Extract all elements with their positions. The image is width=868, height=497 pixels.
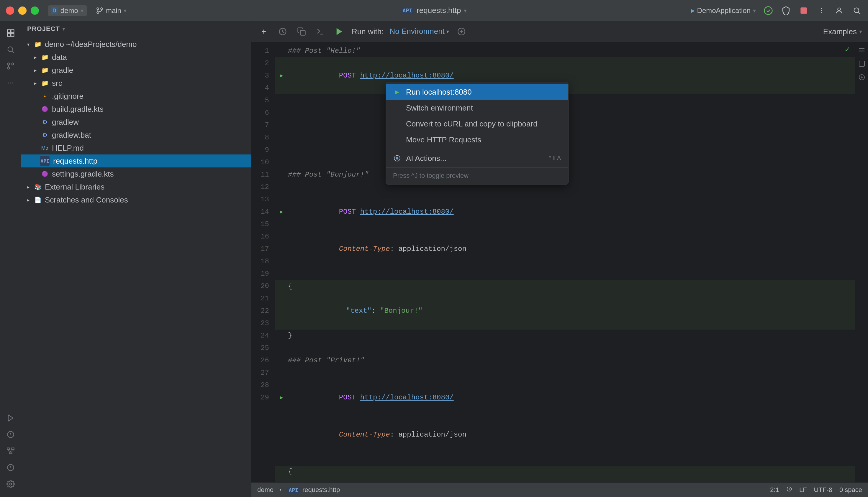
status-bar-right: 2:1 LF UTF-8 0 space [770, 486, 862, 494]
folder-icon-src: 📁 [40, 79, 50, 88]
stop-icon[interactable] [798, 5, 809, 16]
right-gutter-icon-3[interactable] [856, 72, 867, 83]
run-btn-11[interactable]: ▶ [277, 208, 286, 216]
environment-selector[interactable]: No Environment ▾ [389, 27, 449, 36]
tree-arrow-data [32, 54, 39, 61]
sidebar-item-scratches[interactable]: 📄 Scratches and Consoles [21, 194, 251, 207]
editor-area: + Run with: No Environment ▾ [251, 21, 868, 497]
menu-item-convert-curl[interactable]: ▶ Convert to cURL and copy to clipboard [386, 116, 568, 132]
activity-project-icon[interactable] [3, 26, 18, 40]
status-encoding[interactable]: UTF-8 [814, 486, 832, 494]
sidebar-item-label-build-gradle: build.gradle.kts [52, 105, 104, 114]
settings-icon-toolbar[interactable] [455, 25, 468, 38]
minimize-button[interactable] [18, 6, 27, 15]
close-button[interactable] [6, 6, 14, 15]
person-icon[interactable] [834, 5, 844, 16]
sidebar-item-requests-http[interactable]: API requests.http [21, 155, 251, 168]
line-11-text: POST http://localhost:8080/ [288, 194, 855, 230]
more-icon[interactable]: ⋮ [816, 5, 827, 16]
menu-item-run-localhost[interactable]: ▶ Run localhost:8080 [386, 84, 568, 100]
svg-point-7 [854, 8, 859, 12]
menu-item-label-ai-actions: AI Actions... [406, 154, 446, 163]
code-line-21: ▶ Content-Type: application/json [275, 416, 855, 453]
svg-point-33 [10, 483, 12, 485]
check-mark: ✓ [844, 45, 850, 54]
line-15-text: "text": "Bonjour!" [288, 293, 855, 329]
examples-button[interactable]: Examples ▾ [823, 27, 862, 36]
sidebar-item-build-gradle[interactable]: 🟣 build.gradle.kts [21, 103, 251, 116]
code-line-15: ▶ "text": "Bonjour!" [275, 293, 855, 329]
status-position[interactable]: 2:1 [770, 486, 779, 494]
code-line-13: ▶ [275, 268, 855, 280]
menu-item-ai-actions[interactable]: AI Actions... ^⇧A [386, 150, 568, 166]
menu-item-label-switch-env: Switch environment [406, 103, 473, 113]
branch-selector[interactable]: main ▾ [96, 6, 127, 15]
copilot-icon[interactable] [763, 5, 774, 16]
activity-debug-icon[interactable] [3, 427, 18, 442]
run-btn-2[interactable]: ▶ [277, 72, 286, 80]
right-gutter-icon-2[interactable] [856, 58, 867, 69]
env-label: No Environment [389, 27, 444, 36]
sidebar-item-data[interactable]: 📁 data [21, 51, 251, 64]
sidebar-item-gradle-dir[interactable]: 📁 gradle [21, 64, 251, 77]
line-24-text: "text": "Privet!" [288, 478, 855, 482]
activity-run-icon[interactable] [3, 411, 18, 425]
maximize-button[interactable] [31, 6, 39, 15]
svg-point-0 [97, 12, 99, 14]
code-line-20: ▶ POST http://localhost:8080/ [275, 379, 855, 416]
activity-bar-bottom [3, 411, 18, 497]
activity-info-icon[interactable] [3, 460, 18, 474]
main-layout: ··· Project ▾ [0, 21, 868, 497]
code-line-23: ▶ { [275, 466, 855, 478]
folder-icon-gradle: 📁 [40, 66, 50, 75]
tree-arrow-demo [25, 41, 32, 48]
status-indent[interactable]: 0 space [839, 486, 862, 494]
toolbar-right: Examples ▾ [823, 27, 862, 36]
menu-item-switch-env[interactable]: ▶ Switch environment [386, 100, 568, 116]
svg-point-1 [97, 8, 99, 10]
status-project-label: demo [257, 486, 274, 494]
project-selector[interactable]: D demo ▾ [48, 5, 87, 16]
right-gutter-icon-1[interactable] [856, 45, 867, 55]
sidebar-item-help-md[interactable]: Mↄ HELP.md [21, 142, 251, 155]
app-selector[interactable]: ▶ DemoApplication ▾ [691, 6, 756, 15]
status-file[interactable]: API requests.http [287, 486, 340, 494]
share-icon[interactable] [314, 25, 327, 38]
run-btn-20[interactable]: ▶ [277, 394, 286, 402]
tree-arrow-scratches [25, 196, 32, 203]
menu-item-move-http[interactable]: ▶ Move HTTP Requests [386, 132, 568, 148]
shield-icon[interactable] [781, 5, 791, 16]
search-icon[interactable] [852, 5, 862, 16]
sidebar-item-src[interactable]: 📁 src [21, 77, 251, 90]
run-icon[interactable] [333, 25, 346, 38]
project-name: demo [60, 6, 78, 15]
history-icon[interactable] [276, 25, 289, 38]
activity-search-icon[interactable] [3, 42, 18, 57]
copy-icon[interactable] [295, 25, 308, 38]
tree-arrow-src [32, 80, 39, 87]
code-line-11: ▶ POST http://localhost:8080/ [275, 194, 855, 230]
activity-structure-icon[interactable] [3, 444, 18, 458]
status-git[interactable] [786, 486, 792, 494]
status-line-ending[interactable]: LF [799, 486, 807, 494]
status-project[interactable]: demo [257, 486, 274, 494]
sidebar-item-label-gradlew-bat: gradlew.bat [52, 131, 91, 140]
add-request-icon[interactable]: + [257, 25, 270, 38]
sidebar-item-demo[interactable]: 📁 demo ~/IdeaProjects/demo [21, 38, 251, 51]
activity-settings-icon[interactable] [3, 477, 18, 491]
activity-more-icon[interactable]: ··· [3, 75, 18, 90]
sidebar-item-gradlew-bat[interactable]: ⚙ gradlew.bat [21, 129, 251, 142]
file-icon-build-gradle: 🟣 [40, 104, 50, 114]
sidebar-item-gradlew[interactable]: ⚙ gradlew [21, 116, 251, 129]
sidebar-item-gitignore[interactable]: 🔸 .gitignore [21, 90, 251, 103]
title-bar: D demo ▾ main ▾ API requests.http ▾ ▶ De… [0, 0, 868, 21]
svg-point-17 [12, 63, 14, 65]
file-icon-requests-http: API [40, 156, 50, 166]
activity-git-icon[interactable] [3, 59, 18, 73]
sidebar-item-settings-gradle[interactable]: 🟣 settings.gradle.kts [21, 168, 251, 181]
menu-item-label-move-http: Move HTTP Requests [406, 135, 481, 144]
status-bar-left: demo › API requests.http [257, 486, 340, 494]
sidebar-item-external-libs[interactable]: 📚 External Libraries [21, 181, 251, 194]
branch-name: main [106, 6, 121, 15]
status-separator-1: › [279, 486, 281, 494]
